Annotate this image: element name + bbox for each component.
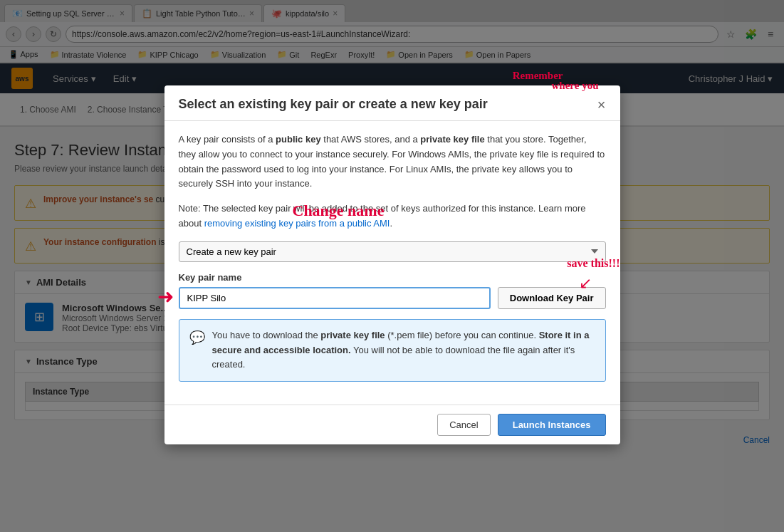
modal-close-button[interactable]: × [597, 98, 606, 112]
key-pair-name-input[interactable] [179, 287, 491, 309]
arrow-to-input: ➜ [157, 287, 174, 307]
annotation-save-this: save this!!! [567, 257, 620, 270]
key-pair-select[interactable]: Create a new key pair Choose an existing… [179, 241, 606, 262]
launch-instances-button[interactable]: Launch Instances [498, 414, 606, 436]
remove-key-pairs-link[interactable]: removing existing key pairs from a publi… [204, 218, 390, 229]
key-pair-row: ➜ Download Key Pair save this!!! ↙ [179, 287, 606, 309]
modal-footer: Cancel Launch Instances [164, 405, 620, 444]
modal-cancel-button[interactable]: Cancel [437, 414, 490, 436]
modal-overlay: Select an existing key pair or create a … [0, 0, 784, 483]
modal-body: A key pair consists of a public key that… [164, 121, 620, 405]
key-pair-name-label: Key pair name [179, 272, 606, 283]
modal-title: Select an existing key pair or create a … [179, 97, 488, 112]
info-box: 💬 You have to download the private key f… [179, 319, 606, 382]
arrow-to-download: ↙ [579, 274, 592, 293]
modal-header: Select an existing key pair or create a … [164, 85, 620, 121]
modal-description: A key pair consists of a public key that… [179, 132, 606, 192]
key-pair-modal: Select an existing key pair or create a … [164, 85, 620, 444]
key-pair-name-section: Key pair name ➜ Download Key Pair save t… [179, 272, 606, 309]
modal-note: Note: The selected key pair will be adde… [179, 202, 606, 231]
modal-note-wrapper: Note: The selected key pair will be adde… [179, 202, 606, 231]
annotation-where-you: where you [552, 80, 599, 92]
info-text: You have to download the private key fil… [212, 328, 595, 372]
download-btn-wrapper: Download Key Pair save this!!! ↙ [498, 287, 606, 309]
info-bubble-icon: 💬 [189, 330, 205, 345]
